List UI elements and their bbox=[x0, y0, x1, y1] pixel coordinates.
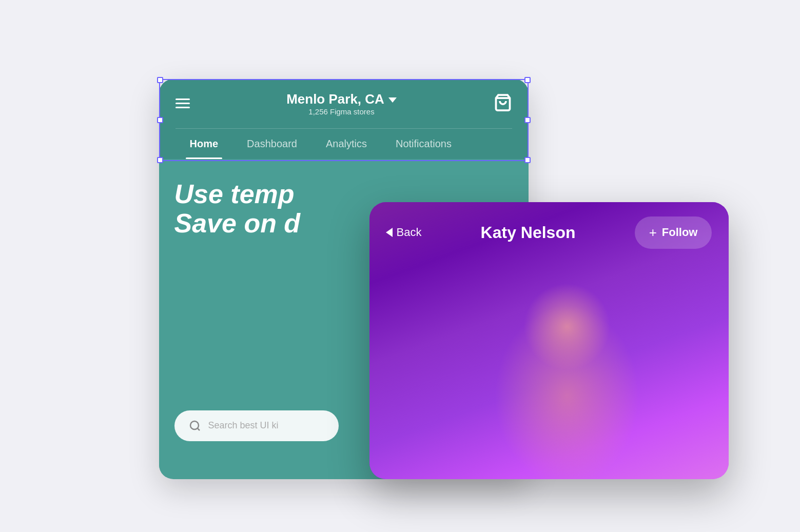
teal-header: Menlo Park, CA 1,256 Figma stores Home bbox=[159, 79, 529, 159]
svg-line-2 bbox=[197, 428, 199, 430]
search-icon bbox=[189, 420, 201, 432]
svg-point-1 bbox=[190, 421, 199, 429]
nav-bar: Home Dashboard Analytics Notifications bbox=[175, 128, 512, 159]
cart-button[interactable] bbox=[494, 93, 512, 114]
follow-button[interactable]: + Follow bbox=[635, 216, 712, 249]
hero-text-block: Use temp Save on d bbox=[174, 180, 301, 238]
chevron-down-icon[interactable] bbox=[388, 97, 397, 103]
hero-line1: Use temp bbox=[174, 180, 301, 209]
nav-item-notifications[interactable]: Notifications bbox=[381, 129, 466, 159]
nav-item-analytics[interactable]: Analytics bbox=[311, 129, 381, 159]
search-bar[interactable]: Search best UI ki bbox=[174, 410, 339, 441]
back-label: Back bbox=[397, 226, 422, 239]
location-block: Menlo Park, CA 1,256 Figma stores bbox=[286, 91, 397, 116]
search-placeholder: Search best UI ki bbox=[208, 420, 279, 431]
nav-item-dashboard[interactable]: Dashboard bbox=[232, 129, 311, 159]
purple-header: Back Katy Nelson + Follow bbox=[369, 202, 729, 263]
plus-icon: + bbox=[649, 225, 657, 241]
handle-top-right[interactable] bbox=[524, 77, 531, 83]
nav-item-home[interactable]: Home bbox=[175, 129, 233, 159]
hamburger-menu-button[interactable] bbox=[175, 98, 190, 108]
back-button[interactable]: Back bbox=[386, 226, 422, 239]
scene: Menlo Park, CA 1,256 Figma stores Home bbox=[118, 48, 682, 484]
location-text: Menlo Park, CA bbox=[286, 91, 384, 107]
store-count: 1,256 Figma stores bbox=[286, 107, 397, 116]
chevron-left-icon bbox=[386, 228, 393, 237]
handle-top-left[interactable] bbox=[157, 77, 163, 83]
follow-label: Follow bbox=[662, 226, 698, 239]
purple-profile-card: Back Katy Nelson + Follow bbox=[369, 202, 729, 479]
hero-line2: Save on d bbox=[174, 209, 301, 238]
profile-name: Katy Nelson bbox=[481, 223, 576, 242]
